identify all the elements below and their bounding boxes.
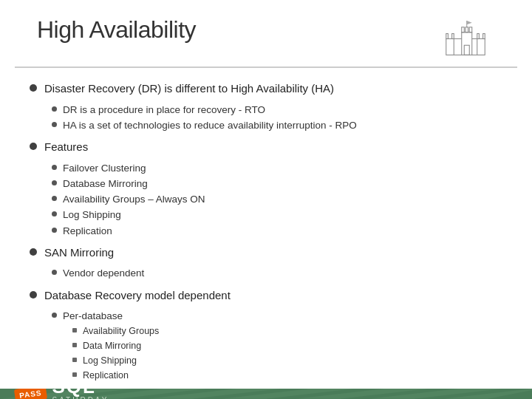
sub-bullets: Vendor dependent xyxy=(52,265,502,282)
sql-label: SQL xyxy=(52,389,109,395)
svg-marker-16 xyxy=(467,21,472,24)
svg-rect-7 xyxy=(477,38,485,55)
bullet-text: SAN Mirroring xyxy=(44,245,114,262)
bullet-text: Features xyxy=(44,139,88,156)
slide-footer: PASS SQL Saturday #377 | KIEV 2015 xyxy=(0,389,532,399)
list-item: Database Mirroring xyxy=(52,177,502,191)
bullet-text: Per-database xyxy=(63,309,123,324)
slide-title: High Availability xyxy=(37,16,196,44)
sub-sub-bullets: Availability Groups Data Mirroring Log S… xyxy=(72,324,502,382)
bullet-text: Availability Groups xyxy=(83,324,159,338)
sub-bullets: Per-database Availability Groups Data Mi… xyxy=(52,308,502,383)
pass-sql-logo: PASS SQL Saturday #377 | KIEV 2015 xyxy=(15,389,109,399)
bullet-text: Replication xyxy=(63,224,112,239)
list-item: Log Shipping xyxy=(72,354,502,368)
bullet-marker xyxy=(52,313,57,318)
bullet-text: Data Mirroring xyxy=(83,339,141,353)
bullet-text: Log Shipping xyxy=(83,354,137,368)
bullet-marker xyxy=(52,196,57,201)
bullet-marker xyxy=(30,248,37,256)
bullet-marker xyxy=(52,270,57,275)
svg-rect-2 xyxy=(452,33,454,38)
bullet-marker xyxy=(72,328,77,332)
bullet-text: Vendor dependent xyxy=(63,266,144,281)
bullet-text: Replication xyxy=(83,369,129,383)
slide: High Availability xyxy=(0,0,532,399)
bullet-text: Disaster Recovery (DR) is different to H… xyxy=(44,81,334,98)
svg-rect-0 xyxy=(446,38,454,55)
list-item: Database Recovery model dependent xyxy=(30,287,502,304)
bullet-text: Database Mirroring xyxy=(63,177,148,191)
bullet-marker xyxy=(52,122,57,127)
sub-bullets: DR is a procedure in place for recovery … xyxy=(52,102,502,134)
slide-content: Disaster Recovery (DR) is different to H… xyxy=(0,68,532,389)
logo-area xyxy=(436,16,495,61)
bullet-marker xyxy=(52,106,57,112)
bullet-marker xyxy=(72,343,77,347)
list-item: Features xyxy=(30,139,502,156)
bullet-marker xyxy=(52,180,57,185)
list-item: Vendor dependent xyxy=(52,266,502,281)
list-item: Disaster Recovery (DR) is different to H… xyxy=(30,81,502,98)
bullet-marker xyxy=(52,165,57,170)
svg-rect-4 xyxy=(462,27,465,32)
bullet-marker xyxy=(52,211,57,216)
bullet-text: Database Recovery model dependent xyxy=(44,287,231,304)
bullet-marker xyxy=(72,372,77,377)
list-item: Replication xyxy=(52,224,502,239)
pass-badge: PASS xyxy=(14,389,47,399)
svg-rect-14 xyxy=(464,45,469,55)
bullet-marker xyxy=(30,143,37,150)
list-item: Data Mirroring xyxy=(72,339,502,353)
bullet-text: Failover Clustering xyxy=(63,161,146,176)
list-item: Availability Groups – Always ON xyxy=(52,192,502,207)
svg-rect-6 xyxy=(469,27,472,32)
svg-rect-1 xyxy=(446,33,449,38)
saturday-label: Saturday xyxy=(52,396,109,399)
list-item: Per-database xyxy=(52,309,502,324)
svg-rect-9 xyxy=(483,33,485,38)
list-item: HA is a set of technologies to reduce av… xyxy=(52,118,502,133)
bullet-marker xyxy=(72,358,77,362)
sub-bullets: Failover Clustering Database Mirroring A… xyxy=(52,160,502,239)
bullet-text: Availability Groups – Always ON xyxy=(63,192,205,207)
svg-rect-5 xyxy=(466,27,468,32)
slide-header: High Availability xyxy=(15,0,517,68)
list-item: DR is a procedure in place for recovery … xyxy=(52,103,502,117)
bullet-text: Log Shipping xyxy=(63,208,121,222)
bullet-text: DR is a procedure in place for recovery … xyxy=(63,103,265,117)
svg-rect-3 xyxy=(462,32,472,55)
list-item: Availability Groups xyxy=(72,324,502,338)
bullet-marker xyxy=(30,84,37,92)
list-item: Log Shipping xyxy=(52,208,502,222)
list-item: Replication xyxy=(72,369,502,383)
svg-rect-8 xyxy=(477,33,480,38)
list-item: Failover Clustering xyxy=(52,161,502,176)
bullet-marker xyxy=(30,291,37,299)
sql-saturday-text: SQL Saturday #377 | KIEV 2015 xyxy=(52,389,109,399)
list-item: SAN Mirroring xyxy=(30,245,502,262)
bullet-marker xyxy=(52,228,57,233)
castle-icon xyxy=(440,18,491,59)
bullet-text: HA is a set of technologies to reduce av… xyxy=(63,118,357,133)
